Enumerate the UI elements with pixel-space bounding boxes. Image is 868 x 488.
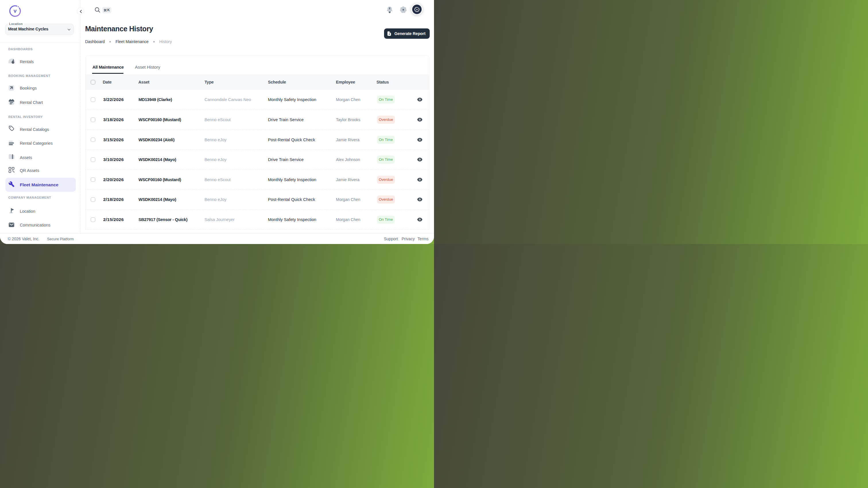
svg-text:v: v [13,8,17,14]
svg-text:v: v [416,8,417,11]
